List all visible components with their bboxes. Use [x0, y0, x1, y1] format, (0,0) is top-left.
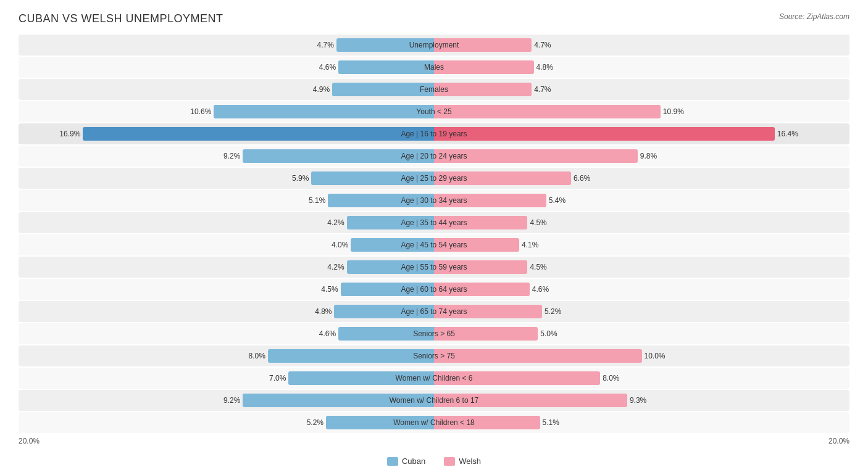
- right-value: 16.4%: [775, 130, 798, 138]
- left-section: 5.2%: [19, 412, 434, 433]
- left-value: 5.2%: [307, 418, 326, 427]
- legend-label-welsh: Welsh: [459, 457, 481, 466]
- legend-label-cuban: Cuban: [402, 457, 425, 466]
- left-section: 5.1%: [19, 190, 434, 211]
- center-label: Youth < 25: [416, 107, 451, 116]
- row-inner: 4.5%4.6%Age | 60 to 64 years: [19, 279, 849, 300]
- center-label: Seniors > 65: [413, 329, 455, 338]
- left-value: 4.6%: [319, 329, 338, 338]
- right-value: 4.8%: [534, 63, 553, 72]
- row-inner: 9.2%9.8%Age | 20 to 24 years: [19, 146, 849, 167]
- left-bar: [214, 105, 434, 118]
- row-inner: 9.2%9.3%Women w/ Children 6 to 17: [19, 390, 849, 411]
- right-value: 5.2%: [542, 307, 561, 316]
- right-section: 10.0%: [434, 345, 849, 366]
- row-inner: 4.2%4.5%Age | 55 to 59 years: [19, 257, 849, 278]
- row-inner: 5.1%5.4%Age | 30 to 34 years: [19, 190, 849, 211]
- right-section: 4.5%: [434, 212, 849, 233]
- left-value: 4.9%: [313, 85, 332, 94]
- right-section: 4.5%: [434, 257, 849, 278]
- right-value: 4.5%: [527, 218, 546, 227]
- row-inner: 4.6%4.8%Males: [19, 57, 849, 78]
- bar-row: 4.9%4.7%Females: [19, 79, 849, 100]
- left-value: 5.9%: [292, 174, 311, 183]
- left-value: 4.5%: [321, 285, 340, 294]
- chart-header: CUBAN VS WELSH UNEMPLOYMENT Source: ZipA…: [19, 12, 849, 25]
- row-inner: 4.2%4.5%Age | 35 to 44 years: [19, 212, 849, 233]
- bar-row: 16.9%16.4%Age | 16 to 19 years: [19, 123, 849, 144]
- legend-item-cuban: Cuban: [387, 457, 425, 466]
- bar-row: 4.6%5.0%Seniors > 65: [19, 323, 849, 344]
- bar-row: 4.0%4.1%Age | 45 to 54 years: [19, 234, 849, 255]
- center-label: Seniors > 75: [413, 352, 455, 360]
- center-label: Age | 35 to 44 years: [401, 218, 467, 227]
- bar-row: 5.9%6.6%Age | 25 to 29 years: [19, 168, 849, 189]
- right-value: 4.1%: [519, 241, 538, 249]
- bar-row: 4.2%4.5%Age | 35 to 44 years: [19, 212, 849, 233]
- left-value: 5.1%: [309, 196, 328, 205]
- right-section: 5.2%: [434, 301, 849, 322]
- right-value: 4.7%: [532, 85, 551, 94]
- left-section: 4.6%: [19, 57, 434, 78]
- right-bar: [434, 83, 532, 96]
- left-section: 4.2%: [19, 257, 434, 278]
- center-label: Age | 60 to 64 years: [401, 285, 467, 294]
- bar-row: 8.0%10.0%Seniors > 75: [19, 345, 849, 366]
- right-bar: [434, 105, 661, 118]
- center-label: Unemployment: [409, 41, 459, 49]
- legend-color-welsh: [444, 457, 455, 466]
- left-section: 7.0%: [19, 368, 434, 389]
- row-inner: 4.8%5.2%Age | 65 to 74 years: [19, 301, 849, 322]
- chart-title: CUBAN VS WELSH UNEMPLOYMENT: [19, 12, 223, 25]
- left-section: 4.9%: [19, 79, 434, 100]
- center-label: Women w/ Children < 18: [393, 418, 475, 427]
- right-value: 4.6%: [530, 285, 549, 294]
- right-value: 5.0%: [538, 329, 557, 338]
- right-section: 4.7%: [434, 35, 849, 56]
- center-label: Age | 55 to 59 years: [401, 263, 467, 271]
- row-inner: 10.6%10.9%Youth < 25: [19, 101, 849, 122]
- right-section: 16.4%: [434, 123, 849, 144]
- right-section: 8.0%: [434, 368, 849, 389]
- left-value: 4.0%: [332, 241, 351, 249]
- left-bar: [332, 83, 434, 96]
- left-section: 4.7%: [19, 35, 434, 56]
- right-value: 10.0%: [642, 352, 666, 360]
- left-value: 4.2%: [327, 218, 346, 227]
- left-section: 9.2%: [19, 146, 434, 167]
- right-value: 6.6%: [571, 174, 590, 183]
- left-value: 4.2%: [327, 263, 346, 271]
- right-section: 5.1%: [434, 412, 849, 433]
- bar-row: 4.7%4.7%Unemployment: [19, 35, 849, 56]
- right-section: 5.4%: [434, 190, 849, 211]
- right-bar: [434, 349, 642, 363]
- left-bar: [338, 60, 434, 74]
- row-inner: 4.7%4.7%Unemployment: [19, 35, 849, 56]
- row-inner: 4.9%4.7%Females: [19, 79, 849, 100]
- row-inner: 8.0%10.0%Seniors > 75: [19, 345, 849, 366]
- bar-row: 5.2%5.1%Women w/ Children < 18: [19, 412, 849, 433]
- right-section: 4.1%: [434, 234, 849, 255]
- right-value: 10.9%: [661, 107, 684, 116]
- bar-row: 9.2%9.3%Women w/ Children 6 to 17: [19, 390, 849, 411]
- left-value: 4.6%: [319, 63, 338, 72]
- left-value: 7.0%: [269, 374, 288, 382]
- row-inner: 5.9%6.6%Age | 25 to 29 years: [19, 168, 849, 189]
- center-label: Age | 25 to 29 years: [401, 174, 467, 183]
- center-label: Women w/ Children < 6: [396, 374, 473, 382]
- right-value: 5.4%: [546, 196, 565, 205]
- right-section: 5.0%: [434, 323, 849, 344]
- legend: Cuban Welsh: [19, 457, 849, 466]
- chart-area: 4.7%4.7%Unemployment4.6%4.8%Males4.9%4.7…: [19, 35, 849, 433]
- center-label: Age | 20 to 24 years: [401, 152, 467, 160]
- left-value: 16.9%: [59, 130, 83, 138]
- left-value: 9.2%: [223, 152, 243, 160]
- bar-row: 7.0%8.0%Women w/ Children < 6: [19, 368, 849, 389]
- row-inner: 4.6%5.0%Seniors > 65: [19, 323, 849, 344]
- center-label: Age | 16 to 19 years: [401, 130, 467, 138]
- center-label: Age | 65 to 74 years: [401, 307, 467, 316]
- right-bar: [434, 127, 775, 141]
- bar-row: 9.2%9.8%Age | 20 to 24 years: [19, 146, 849, 167]
- right-value: 4.7%: [532, 41, 551, 49]
- right-section: 10.9%: [434, 101, 849, 122]
